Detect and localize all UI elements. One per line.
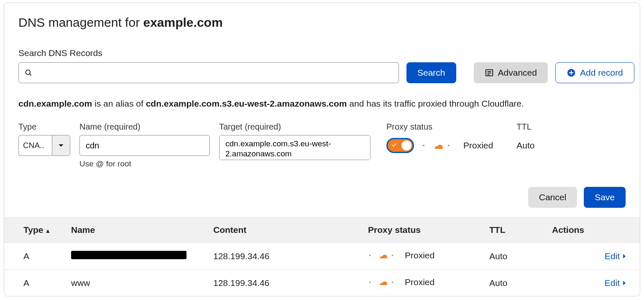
target-label: Target (required) (219, 122, 371, 132)
alias-summary-line: cdn.example.com is an alias of cdn.examp… (18, 97, 626, 110)
th-content[interactable]: Content (213, 217, 368, 243)
proxy-status-label: Proxy status (386, 122, 493, 132)
cloud-proxy-icon (422, 140, 456, 150)
plus-circle-icon (567, 68, 576, 77)
search-icon (24, 69, 33, 77)
search-button[interactable]: Search (406, 62, 456, 83)
cell-proxy: Proxied (405, 250, 434, 260)
ttl-label: TTL (516, 122, 534, 132)
search-input[interactable] (18, 62, 399, 83)
table-row: A www 128.199.34.46 Proxied Auto Edit (4, 270, 640, 296)
cell-ttl: Auto (489, 243, 552, 270)
ttl-field: TTL Auto (516, 122, 534, 156)
cell-proxy: Proxied (405, 277, 434, 287)
cell-name: www (71, 278, 90, 288)
th-name[interactable]: Name (71, 217, 213, 243)
records-table: Type▲ Name Content Proxy status TTL Acti… (4, 217, 640, 296)
cloud-proxy-icon (368, 278, 399, 287)
type-select-trigger[interactable] (52, 135, 70, 156)
th-ttl[interactable]: TTL (489, 217, 552, 243)
name-field: Name (required) Use @ for root (79, 122, 210, 168)
chevron-right-icon (621, 280, 627, 286)
name-hint: Use @ for root (79, 159, 210, 168)
name-input[interactable] (79, 135, 210, 156)
target-input[interactable] (219, 135, 371, 160)
redacted-name (71, 251, 187, 259)
proxy-toggle[interactable] (386, 138, 414, 153)
type-label: Type (18, 122, 70, 132)
cell-content: 128.199.34.46 (213, 243, 368, 270)
ttl-value: Auto (516, 135, 534, 156)
chevron-right-icon (621, 253, 627, 259)
form-actions: Cancel Save (18, 187, 626, 208)
proxy-field: Proxy status Proxied (386, 122, 493, 156)
sort-asc-icon: ▲ (45, 227, 51, 234)
caret-down-icon (58, 143, 64, 148)
cell-ttl: Auto (489, 270, 552, 296)
cell-content: 128.199.34.46 (213, 270, 368, 296)
type-field: Type CNA.. (18, 122, 70, 156)
advanced-button[interactable]: Advanced (474, 62, 548, 83)
name-label: Name (required) (79, 122, 210, 132)
list-icon (485, 68, 494, 77)
check-icon (391, 142, 397, 148)
dns-management-panel: DNS management for example.com Search DN… (4, 3, 640, 296)
proxy-status-value: Proxied (463, 140, 493, 150)
svg-point-0 (26, 70, 30, 74)
type-select[interactable]: CNA.. (18, 135, 70, 156)
cancel-button[interactable]: Cancel (528, 187, 577, 208)
search-label: Search DNS Records (18, 48, 626, 58)
th-actions: Actions (552, 217, 640, 243)
th-proxy[interactable]: Proxy status (368, 217, 489, 243)
cloud-proxy-icon (368, 251, 399, 260)
record-edit-form: Type CNA.. Name (required) Use @ for roo… (18, 122, 626, 168)
add-record-button[interactable]: Add record (555, 62, 634, 83)
th-type[interactable]: Type▲ (4, 217, 71, 243)
page-title-domain: example.com (143, 15, 222, 29)
cell-type: A (4, 270, 71, 296)
alias-target: cdn.example.com.s3.eu-west-2.amazonaws.c… (146, 99, 347, 108)
type-select-value: CNA.. (18, 135, 52, 156)
page-title-prefix: DNS management for (18, 15, 143, 29)
search-row: Search Advanced Add record (18, 62, 626, 83)
save-button[interactable]: Save (584, 187, 626, 208)
target-field: Target (required) (219, 122, 371, 160)
edit-link[interactable]: Edit (605, 278, 627, 288)
svg-line-1 (30, 74, 31, 76)
alias-host: cdn.example.com (18, 99, 92, 108)
cell-type: A (4, 243, 71, 270)
page-title: DNS management for example.com (18, 15, 626, 30)
table-row: A 128.199.34.46 Proxied Auto Edit (4, 243, 640, 270)
search-input-wrap (18, 62, 399, 83)
edit-link[interactable]: Edit (605, 251, 627, 261)
